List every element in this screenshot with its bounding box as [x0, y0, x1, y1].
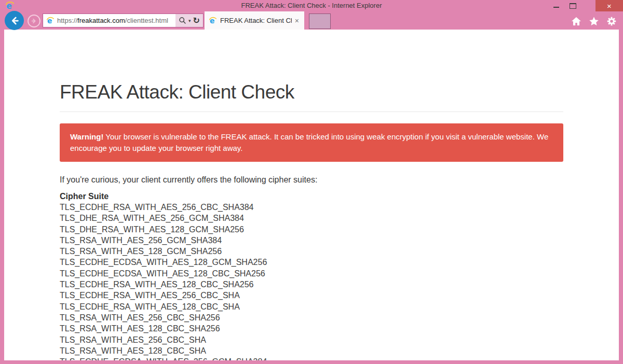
- cipher-suite-row: TLS_ECDHE_ECDSA_WITH_AES_256_GCM_SHA384: [60, 356, 563, 360]
- warning-bold-label: Warning!: [70, 132, 103, 141]
- warning-banner: Warning! Your browser is vulnerable to t…: [60, 123, 563, 162]
- refresh-button[interactable]: ↻: [193, 16, 200, 25]
- titlebar-spacer: [581, 0, 595, 11]
- browser-action-icons: [570, 15, 617, 27]
- cipher-suite-header: Cipher Suite: [60, 191, 563, 202]
- cipher-suite-row: TLS_DHE_RSA_WITH_AES_256_GCM_SHA384: [60, 213, 563, 223]
- url-path: /clienttest.html: [125, 17, 168, 24]
- browser-window: FREAK Attack: Client Check - Internet Ex…: [0, 0, 623, 364]
- tab-title: FREAK Attack: Client Check: [220, 17, 292, 24]
- browser-tab[interactable]: FREAK Attack: Client Check ×: [205, 11, 304, 30]
- url-domain: freakattack.com: [77, 17, 125, 24]
- star-icon: [588, 16, 600, 27]
- back-button[interactable]: [5, 11, 24, 30]
- page-title: FREAK Attack: Client Check: [60, 82, 563, 103]
- address-bar[interactable]: https://freakattack.com/clienttest.html …: [43, 13, 204, 27]
- gear-icon: [606, 16, 617, 27]
- cipher-suite-row: TLS_RSA_WITH_AES_256_CBC_SHA: [60, 334, 563, 345]
- maximize-icon: [570, 3, 576, 9]
- cipher-suite-row: TLS_RSA_WITH_AES_128_CBC_SHA256: [60, 323, 563, 334]
- back-icon: [9, 15, 20, 26]
- window-title: FREAK Attack: Client Check - Internet Ex…: [0, 2, 623, 9]
- cipher-suite-list: TLS_ECDHE_RSA_WITH_AES_256_CBC_SHA384TLS…: [60, 202, 563, 360]
- page-container: FREAK Attack: Client Check Warning! Your…: [60, 82, 563, 360]
- page-content: FREAK Attack: Client Check Warning! Your…: [4, 30, 619, 360]
- minimize-icon: [553, 7, 559, 8]
- cipher-suite-row: TLS_ECDHE_RSA_WITH_AES_128_CBC_SHA: [60, 301, 563, 312]
- minimize-button[interactable]: [548, 0, 564, 11]
- cipher-suite-row: TLS_DHE_RSA_WITH_AES_128_GCM_SHA256: [60, 224, 563, 235]
- cipher-suite-row: TLS_RSA_WITH_AES_128_CBC_SHA: [60, 345, 563, 356]
- cipher-suite-row: TLS_ECDHE_ECDSA_WITH_AES_128_GCM_SHA256: [60, 257, 563, 268]
- favorites-button[interactable]: [588, 15, 600, 27]
- cipher-suite-row: TLS_RSA_WITH_AES_256_GCM_SHA384: [60, 235, 563, 246]
- tools-button[interactable]: [605, 15, 617, 27]
- cipher-suite-row: TLS_ECDHE_ECDSA_WITH_AES_128_CBC_SHA256: [60, 268, 563, 279]
- warning-text: Your browser is vulnerable to the FREAK …: [70, 132, 548, 152]
- tab-ie-icon: [209, 17, 217, 25]
- close-button[interactable]: ×: [595, 0, 623, 11]
- maximize-button[interactable]: [564, 0, 581, 11]
- new-tab-button[interactable]: [309, 13, 331, 29]
- caret-down-icon[interactable]: ▾: [188, 18, 191, 23]
- navigation-bar: https://freakattack.com/clienttest.html …: [0, 11, 623, 30]
- intro-text: If you're curious, your client currently…: [60, 175, 563, 185]
- close-icon: ×: [607, 2, 612, 10]
- cipher-suite-row: TLS_RSA_WITH_AES_256_CBC_SHA256: [60, 312, 563, 323]
- home-button[interactable]: [570, 15, 582, 27]
- window-controls: ×: [548, 0, 623, 11]
- ie-page-icon: [46, 17, 55, 25]
- cipher-suite-row: TLS_ECDHE_RSA_WITH_AES_128_CBC_SHA256: [60, 279, 563, 290]
- search-button[interactable]: [179, 17, 186, 24]
- url-scheme: https://: [57, 17, 77, 24]
- search-icon: [179, 17, 186, 24]
- tab-close-button[interactable]: ×: [294, 17, 300, 25]
- heading-divider: [60, 111, 563, 112]
- forward-button[interactable]: [28, 15, 40, 27]
- title-bar: FREAK Attack: Client Check - Internet Ex…: [0, 0, 623, 11]
- home-icon: [571, 16, 582, 27]
- url-text[interactable]: https://freakattack.com/clienttest.html: [57, 17, 175, 24]
- cipher-suite-row: TLS_ECDHE_RSA_WITH_AES_256_CBC_SHA: [60, 290, 563, 301]
- address-bar-tools: ▾ ↻: [175, 14, 203, 27]
- cipher-suite-row: TLS_ECDHE_RSA_WITH_AES_256_CBC_SHA384: [60, 202, 563, 213]
- forward-icon: [31, 18, 37, 24]
- cipher-suite-row: TLS_RSA_WITH_AES_128_GCM_SHA256: [60, 246, 563, 257]
